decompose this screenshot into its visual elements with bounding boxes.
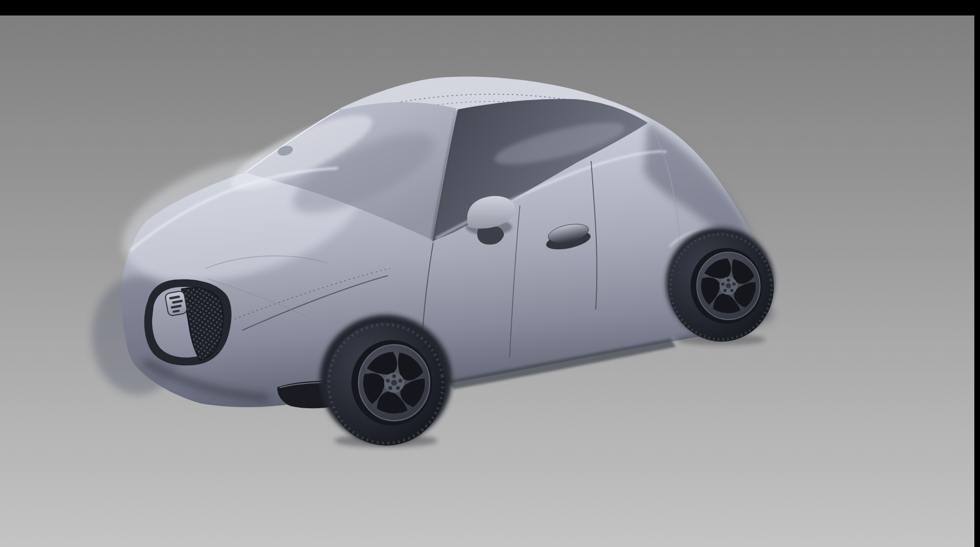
render-stage — [0, 0, 980, 547]
viewport-3d-canvas[interactable] — [0, 0, 980, 547]
letterbox-bar-right — [974, 0, 980, 547]
front-grille — [144, 279, 232, 365]
letterbox-bar-top — [0, 0, 980, 15]
seat-s-badge — [165, 291, 187, 316]
